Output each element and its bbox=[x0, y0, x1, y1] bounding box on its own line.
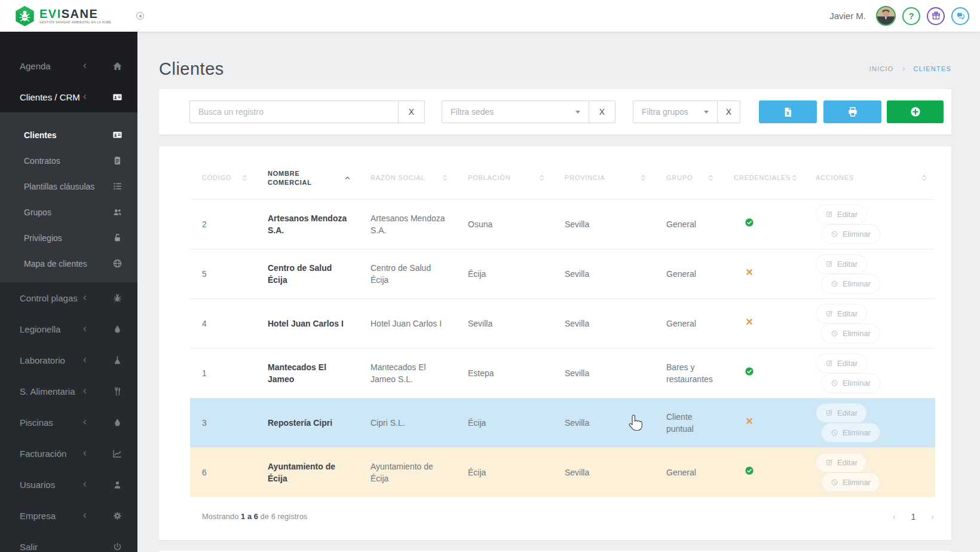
delete-button[interactable]: Eliminar bbox=[821, 423, 880, 443]
sidebar-item-grupos[interactable]: Grupos bbox=[0, 199, 137, 225]
sidebar-item-control-plagas[interactable]: Control plagas bbox=[0, 282, 137, 313]
column-header-c-digo[interactable]: CÓDIGO bbox=[190, 157, 256, 199]
clear-search-button[interactable]: X bbox=[398, 100, 425, 123]
news-button[interactable] bbox=[927, 7, 945, 25]
search-input[interactable] bbox=[189, 100, 399, 123]
cell-provincia: Sevilla bbox=[553, 199, 654, 249]
column-header-acciones[interactable]: ACCIONES bbox=[804, 157, 935, 199]
sort-icon[interactable] bbox=[344, 173, 351, 182]
sidebar-item-salir[interactable]: Salir bbox=[0, 531, 137, 552]
delete-button[interactable]: Eliminar bbox=[821, 472, 880, 492]
cell-credenciales bbox=[722, 199, 804, 249]
cell-credenciales bbox=[722, 447, 804, 497]
brand[interactable]: EVISANE GESTIÓN SANIDAD AMBIENTAL EN LA … bbox=[15, 5, 111, 27]
pagination-next[interactable]: › bbox=[931, 512, 934, 521]
edit-button[interactable]: Editar bbox=[816, 403, 867, 423]
cell-codigo: 2 bbox=[190, 199, 256, 249]
column-header-nombre-comercial[interactable]: NOMBRE COMERCIAL bbox=[256, 157, 359, 199]
delete-button[interactable]: Eliminar bbox=[821, 274, 880, 294]
brand-name: EVISANE bbox=[39, 8, 111, 19]
delete-button[interactable]: Eliminar bbox=[821, 373, 880, 393]
filter-grupos-placeholder: Filtra grupos bbox=[642, 107, 688, 117]
cell-codigo: 1 bbox=[190, 348, 256, 398]
sidebar-item-usuarios[interactable]: Usuarios bbox=[0, 469, 137, 500]
sidebar-item-facturaci-n[interactable]: Facturación bbox=[0, 438, 137, 469]
avatar[interactable] bbox=[876, 6, 896, 26]
column-header-poblaci-n[interactable]: POBLACIÓN bbox=[456, 157, 553, 199]
clear-grupos-button[interactable]: X bbox=[717, 100, 740, 123]
x-mark-icon bbox=[745, 317, 754, 327]
sort-icon[interactable] bbox=[639, 173, 647, 182]
breadcrumb-home-link[interactable]: INICIO bbox=[869, 65, 894, 72]
bug-icon bbox=[112, 293, 123, 303]
user-name[interactable]: Javier M. bbox=[829, 11, 866, 21]
sidebar-item-label: Empresa bbox=[20, 511, 81, 521]
sidebar-item-empresa[interactable]: Empresa bbox=[0, 500, 137, 531]
users-icon bbox=[112, 207, 123, 217]
table-row[interactable]: 1 Mantecados El Jameo Mantecados El Jame… bbox=[190, 348, 935, 398]
chart-icon bbox=[112, 449, 123, 459]
table-row[interactable]: 4 Hotel Juan Carlos I Hotel Juan Carlos … bbox=[190, 298, 935, 348]
sidebar-item-label: Clientes bbox=[24, 130, 112, 140]
sidebar-item-agenda[interactable]: Agenda bbox=[0, 50, 137, 81]
chevron-left-icon bbox=[81, 325, 92, 333]
page-title: Clientes bbox=[159, 59, 224, 79]
edit-button[interactable]: Editar bbox=[816, 254, 867, 274]
table-row[interactable]: 6 Ayuntamiento de Écija Ayuntamiento de … bbox=[190, 447, 935, 497]
filter-sedes-select[interactable]: Filtra sedes bbox=[442, 100, 589, 123]
chat-button[interactable] bbox=[951, 7, 969, 25]
export-excel-button[interactable] bbox=[759, 100, 817, 123]
column-header-provincia[interactable]: PROVINCIA bbox=[553, 157, 654, 199]
edit-button[interactable]: Editar bbox=[816, 304, 867, 324]
cell-codigo: 4 bbox=[190, 298, 256, 348]
delete-button[interactable]: Eliminar bbox=[821, 324, 880, 343]
filter-grupos-select[interactable]: Filtra grupos bbox=[633, 100, 718, 123]
table-row[interactable]: 5 Centro de Salud Écija Centro de Salud … bbox=[190, 249, 935, 298]
sidebar-item-contratos[interactable]: Contratos bbox=[0, 148, 137, 173]
edit-button[interactable]: Editar bbox=[816, 353, 867, 373]
sort-icon[interactable] bbox=[920, 173, 928, 182]
pagination-prev[interactable]: ‹ bbox=[893, 512, 896, 521]
ban-icon bbox=[831, 429, 838, 437]
globe-icon bbox=[112, 258, 123, 269]
column-header-grupo[interactable]: GRUPO bbox=[654, 157, 722, 199]
cell-codigo: 3 bbox=[190, 398, 256, 447]
clear-sedes-button[interactable]: X bbox=[589, 100, 615, 123]
edit-icon bbox=[825, 211, 833, 218]
column-header-raz-n-social[interactable]: RAZÓN SOCIAL bbox=[359, 157, 456, 199]
table-row[interactable]: 2 Artesanos Mendoza S.A. Artesanos Mendo… bbox=[190, 199, 935, 249]
flask-icon bbox=[112, 355, 123, 365]
sort-icon[interactable] bbox=[241, 173, 249, 182]
table-row[interactable]: 3 Repostería Cipri Cipri S.L. Écija Sevi… bbox=[190, 398, 935, 447]
avatar-photo-icon bbox=[877, 7, 895, 25]
edit-button[interactable]: Editar bbox=[816, 453, 867, 472]
ban-icon bbox=[831, 478, 838, 486]
cell-poblacion: Sevilla bbox=[456, 298, 553, 348]
sort-icon[interactable] bbox=[441, 173, 449, 182]
pagination-page-1[interactable]: 1 bbox=[911, 512, 916, 521]
sort-icon[interactable] bbox=[791, 173, 798, 182]
sidebar-item-clientes-crm[interactable]: Clientes / CRM bbox=[0, 81, 137, 112]
help-button[interactable]: ? bbox=[902, 7, 920, 25]
cell-credenciales bbox=[722, 398, 804, 447]
sidebar-item-legionella[interactable]: Legionella bbox=[0, 313, 137, 344]
column-header-credenciales[interactable]: CREDENCIALES bbox=[722, 157, 804, 199]
sidebar-item-piscinas[interactable]: Piscinas bbox=[0, 407, 137, 438]
cell-grupo: General bbox=[654, 199, 722, 249]
target-icon[interactable] bbox=[136, 12, 144, 20]
cell-credenciales bbox=[722, 249, 804, 298]
sort-icon[interactable] bbox=[538, 173, 546, 182]
sidebar-item-s-alimentaria[interactable]: S. Alimentaria bbox=[0, 376, 137, 407]
ban-icon bbox=[831, 280, 838, 288]
sidebar-item-privilegios[interactable]: Privilegios bbox=[0, 225, 137, 251]
sidebar-item-plantillas-cl-usulas[interactable]: Plantillas cláusulas bbox=[0, 173, 137, 199]
sort-icon[interactable] bbox=[707, 173, 715, 182]
delete-button[interactable]: Eliminar bbox=[821, 224, 880, 244]
sidebar-item-label: Privilegios bbox=[24, 233, 112, 243]
print-button[interactable] bbox=[823, 100, 881, 123]
sidebar-item-mapa-de-clientes[interactable]: Mapa de clientes bbox=[0, 251, 137, 276]
edit-button[interactable]: Editar bbox=[816, 205, 867, 224]
add-client-button[interactable] bbox=[887, 100, 944, 123]
sidebar-item-clientes[interactable]: Clientes bbox=[0, 122, 137, 148]
sidebar-item-laboratorio[interactable]: Laboratorio bbox=[0, 344, 137, 376]
